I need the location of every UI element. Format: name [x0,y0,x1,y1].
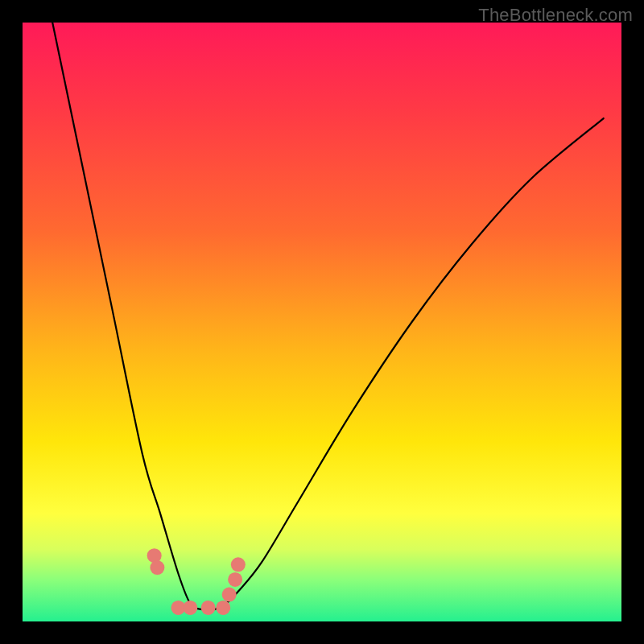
valley-dot [222,588,237,602]
valley-dot [231,557,246,572]
valley-dot [216,601,230,615]
valley-dot [201,601,216,615]
valley-dot [150,560,164,575]
bottleneck-curve [23,23,621,621]
valley-dot [228,572,242,587]
valley-dots [147,548,246,615]
curve-path [52,23,603,610]
chart-frame: TheBottleneck.com [0,0,644,644]
valley-dot [183,601,197,615]
plot-area [23,23,621,621]
